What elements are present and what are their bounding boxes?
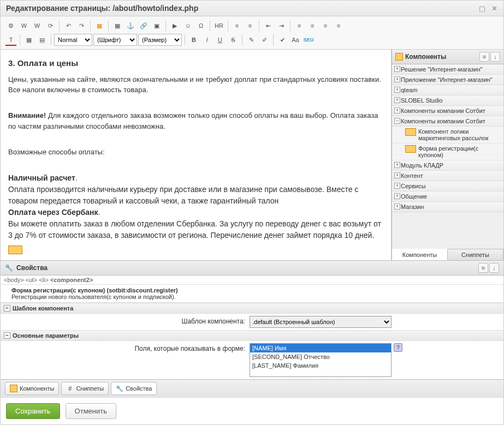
listbox-option[interactable]: [SECOND_NAME] Отчество (250, 352, 391, 361)
bg-color-icon[interactable]: ▦ (23, 34, 35, 46)
section-template[interactable]: Шаблон компонента (1, 303, 503, 314)
panel-collapse-icon[interactable]: ↓ (489, 263, 499, 273)
italic-icon[interactable]: I (201, 34, 213, 46)
anchor-icon[interactable]: ⚓ (124, 20, 137, 32)
content-paragraph: Цены, указанные на сайте, являются оконч… (8, 74, 383, 95)
template-select[interactable]: .default (Встроенный шаблон) (250, 316, 392, 328)
redo-icon[interactable]: ↷ (75, 20, 87, 32)
align-right-icon[interactable]: ≡ (319, 20, 331, 32)
align-left-icon[interactable]: ≡ (293, 20, 305, 32)
properties-panel-title: Свойства (16, 264, 48, 272)
word-paste-icon[interactable]: W (31, 20, 43, 32)
spellcheck-icon[interactable]: ✔ (276, 34, 288, 46)
tree-subitem[interactable]: Компонент логики маркетинговых рассылок (392, 127, 503, 143)
panel-collapse-icon[interactable]: ↓ (490, 52, 500, 62)
hr-icon[interactable]: HR (213, 20, 225, 32)
help-icon[interactable]: ? (394, 343, 402, 352)
size-select[interactable]: (Размер) (138, 34, 182, 46)
panel-menu-icon[interactable]: ≡ (478, 263, 488, 273)
undo-icon[interactable]: ↶ (62, 20, 74, 32)
components-tree: Решение "Интернет-магазин"Приложение "Ин… (392, 64, 503, 249)
save-button[interactable]: Сохранить (6, 403, 60, 419)
side-tab-components[interactable]: Компоненты (392, 249, 448, 260)
refresh-icon[interactable]: ⟳ (44, 20, 56, 32)
bottom-tab-components[interactable]: Компоненты (5, 382, 59, 395)
gear-icon[interactable]: ⚙ (5, 20, 17, 32)
underline-icon[interactable]: U (214, 34, 226, 46)
table-icon[interactable]: ▦ (111, 20, 123, 32)
snippet-icon: # (66, 385, 74, 392)
tree-item[interactable]: Магазин (392, 202, 503, 212)
bottom-tab-snippets[interactable]: # Сниппеты (61, 382, 109, 395)
tree-subitem[interactable]: Форма регистрации(с купоном) (392, 143, 503, 160)
content-warning: Внимание! Для каждого отдельного заказа … (8, 110, 383, 131)
components-panel-title: Компоненты (405, 53, 446, 61)
tree-item[interactable]: Компоненты компании Сотбит (392, 116, 503, 127)
components-icon (395, 53, 403, 61)
word-import-icon[interactable]: W (18, 20, 30, 32)
fields-listbox[interactable]: [NAME] Имя[SECOND_NAME] Отчество[LAST_NA… (250, 343, 392, 377)
font-select[interactable]: (Шрифт) (93, 34, 137, 46)
listbox-option[interactable]: [NAME] Имя (250, 344, 391, 352)
indent-icon[interactable]: ⇥ (275, 20, 287, 32)
tree-item[interactable]: SLOBEL Studio (392, 95, 503, 106)
component-description: Форма регистрации(с купоном) (sotbit:dis… (1, 285, 503, 303)
component-placeholder-icon[interactable] (8, 246, 22, 254)
tree-item[interactable]: qteam (392, 85, 503, 95)
content-paragraph: Возможные способы оплаты: (8, 147, 383, 158)
editor-toolbars: ⚙ W W ⟳ ↶ ↷ ▦ ▦ ⚓ 🔗 ▣ ▶ ☺ Ω HR ≡ ≡ ⇤ ⇥ (1, 16, 503, 50)
properties-panel: 🔧 Свойства ≡ ↓ <body> <ul> <li> <compone… (1, 260, 503, 379)
link-icon[interactable]: 🔗 (138, 20, 150, 32)
section-main-params[interactable]: Основные параметры (1, 330, 503, 341)
window-close-icon[interactable]: ✕ (490, 4, 498, 12)
dom-breadcrumb[interactable]: <body> <ul> <li> <component2> (1, 276, 503, 285)
strike-icon[interactable]: S (227, 34, 239, 46)
video-icon[interactable]: ▶ (169, 20, 181, 32)
char-icon[interactable]: Ω (195, 20, 207, 32)
fields-label: Поля, которые показывать в форме: (5, 343, 245, 352)
component-icon (405, 128, 416, 136)
components-panel: Компоненты ≡ ↓ Решение "Интернет-магазин… (392, 50, 503, 260)
list-ul-icon[interactable]: ≡ (244, 20, 256, 32)
content-heading: 3. Оплата и цены (8, 57, 383, 70)
tree-item[interactable]: Сервисы (392, 181, 503, 191)
smile-icon[interactable]: ☺ (182, 20, 194, 32)
cancel-button[interactable]: Отменить (66, 403, 116, 419)
editor-content-area[interactable]: 3. Оплата и цены Цены, указанные на сайт… (1, 50, 392, 260)
style-select[interactable]: Normal (54, 34, 92, 46)
content-paragraph: Наличный расчет. Оплата производится нал… (8, 172, 383, 241)
listbox-option[interactable]: [LAST_NAME] Фамилия (250, 361, 391, 370)
image-icon[interactable]: ▣ (151, 20, 163, 32)
highlight-icon[interactable]: ▤ (36, 34, 48, 46)
seo-icon[interactable]: SEO (303, 34, 315, 46)
tree-item[interactable]: Общение (392, 191, 503, 202)
tree-item[interactable]: Решение "Интернет-магазин" (392, 64, 503, 75)
clear-format-icon[interactable]: ✎ (245, 34, 257, 46)
side-tab-snippets[interactable]: Сниппеты (448, 249, 503, 260)
outdent-icon[interactable]: ⇤ (262, 20, 274, 32)
window-titlebar: Редактирование страницы: /about/howto/in… (1, 1, 503, 16)
align-center-icon[interactable]: ≡ (306, 20, 318, 32)
components-icon (10, 385, 17, 392)
border-icon[interactable]: ▦ (93, 20, 105, 32)
bottom-tab-properties[interactable]: 🔧 Свойства (111, 382, 157, 395)
window-maximize-icon[interactable]: ▢ (478, 4, 486, 12)
align-justify-icon[interactable]: ≡ (333, 20, 345, 32)
component-icon (405, 145, 416, 153)
tree-item[interactable]: Модуль КЛАДР (392, 160, 503, 171)
bold-icon[interactable]: B (188, 34, 200, 46)
template-label: Шаблон компонента: (5, 316, 245, 325)
wrench-icon: 🔧 (5, 264, 13, 272)
window-title: Редактирование страницы: /about/howto/in… (6, 4, 198, 13)
panel-menu-icon[interactable]: ≡ (479, 52, 489, 62)
list-ol-icon[interactable]: ≡ (231, 20, 243, 32)
tree-item[interactable]: Приложение "Интернет-магазин" (392, 75, 503, 85)
text-color-icon[interactable]: T (5, 34, 17, 46)
tree-item[interactable]: Контент (392, 171, 503, 181)
wrench-icon: 🔧 (116, 385, 123, 392)
marker-icon[interactable]: ✐ (258, 34, 270, 46)
bottom-tab-bar: Компоненты # Сниппеты 🔧 Свойства (1, 379, 503, 397)
translit-icon[interactable]: Aa (289, 34, 301, 46)
tree-item[interactable]: Компоненты компании Сотбит (392, 106, 503, 116)
